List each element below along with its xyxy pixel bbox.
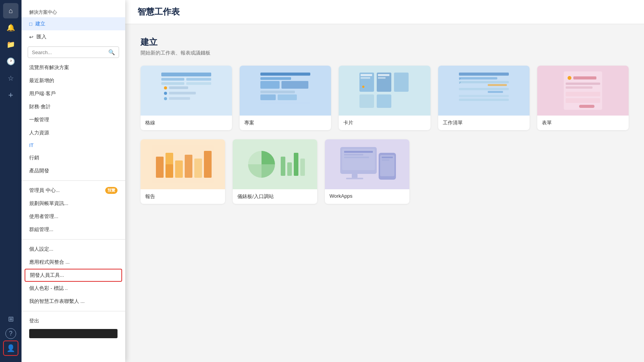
nav-folder[interactable]: 📁 — [3, 37, 18, 52]
svg-rect-56 — [281, 157, 285, 176]
search-container: 🔍 — [28, 46, 119, 58]
sidebar-item-marketing[interactable]: 行銷 — [22, 151, 125, 164]
sidebar-item-group-mgmt[interactable]: 群組管理... — [22, 223, 125, 236]
cards-label: 卡片 — [339, 116, 430, 130]
divider-3 — [22, 311, 125, 311]
search-icon: 🔍 — [108, 49, 115, 55]
svg-rect-69 — [382, 157, 393, 158]
svg-rect-30 — [459, 77, 497, 79]
svg-rect-4 — [186, 82, 211, 85]
svg-rect-65 — [352, 174, 358, 178]
svg-rect-14 — [281, 81, 308, 89]
sidebar-item-client[interactable]: 用戶端·客戶 — [22, 87, 125, 100]
sidebar-item-apps-integrations[interactable]: 應用程式與整合 ... — [22, 256, 125, 269]
sidebar-item-recent[interactable]: 最近新增的 — [22, 74, 125, 87]
template-card-project[interactable]: 專案 — [240, 66, 331, 130]
import-icon: ↩ — [29, 34, 33, 40]
nav-plus[interactable]: + — [3, 88, 18, 103]
divider-1 — [22, 180, 125, 181]
svg-rect-33 — [459, 88, 509, 90]
svg-rect-51 — [175, 160, 183, 178]
sidebar-item-it[interactable]: IT — [22, 139, 125, 151]
nav-help[interactable]: ? — [5, 328, 16, 339]
template-card-dashboard[interactable]: 儀錶板/入口調站 — [233, 139, 317, 204]
workapps-label: WorkApps — [325, 189, 409, 203]
svg-point-71 — [386, 176, 389, 179]
svg-rect-27 — [359, 94, 374, 108]
grid-preview — [141, 66, 232, 116]
svg-rect-25 — [378, 77, 386, 79]
svg-rect-68 — [380, 155, 394, 176]
project-label: 專案 — [240, 116, 331, 130]
svg-rect-22 — [361, 74, 372, 76]
svg-rect-8 — [169, 92, 196, 94]
svg-rect-13 — [260, 81, 280, 89]
sidebar-item-admin[interactable]: 管理員 中心... 預覽 — [22, 184, 125, 197]
svg-rect-54 — [204, 151, 212, 178]
divider-2 — [22, 239, 125, 240]
template-card-workapps[interactable]: WorkApps — [325, 139, 409, 204]
sidebar-item-developer-tools[interactable]: 開發人員工具... — [25, 269, 122, 282]
nav-user[interactable]: 👤 — [3, 341, 18, 356]
nav-bell[interactable]: 🔔 — [3, 20, 18, 35]
sidebar-item-logout[interactable]: 登出 — [22, 314, 125, 327]
svg-rect-23 — [361, 77, 370, 79]
sidebar-item-general[interactable]: 一般管理 — [22, 113, 125, 126]
svg-rect-6 — [169, 86, 188, 89]
nav-clock[interactable]: 🕐 — [3, 54, 18, 69]
svg-rect-29 — [459, 73, 509, 76]
section-subtitle: 開始新的工作表、報表或議錢板 — [141, 50, 629, 56]
left-nav: ⌂ 🔔 📁 🕐 ☆ + ⊞ ? 👤 — [0, 0, 22, 362]
template-card-cards[interactable]: 卡片 — [339, 66, 430, 130]
svg-rect-0 — [161, 73, 211, 76]
cards-preview — [339, 66, 430, 116]
nav-grid[interactable]: ⊞ — [3, 311, 18, 327]
svg-rect-17 — [278, 94, 297, 100]
svg-point-40 — [568, 76, 571, 80]
svg-rect-43 — [566, 86, 593, 89]
svg-point-7 — [164, 92, 167, 95]
sidebar-item-product[interactable]: 產品開發 — [22, 164, 125, 177]
sidebar-item-finance[interactable]: 財務·會計 — [22, 100, 125, 113]
svg-rect-18 — [260, 102, 310, 104]
nav-star[interactable]: ☆ — [3, 71, 18, 86]
svg-point-26 — [362, 86, 364, 88]
sidebar-item-contacts[interactable]: 我的智慧工作表聯繫人 ... — [22, 295, 125, 308]
template-card-report[interactable]: 報告 — [141, 139, 225, 204]
dashboard-label: 儀錶板/入口調站 — [233, 189, 317, 204]
svg-rect-28 — [377, 94, 391, 108]
content-area: 建立 開始新的工作表、報表或議錢板 — [125, 24, 644, 362]
svg-rect-66 — [346, 178, 363, 179]
search-input[interactable] — [32, 50, 106, 55]
template-card-grid[interactable]: 格線 — [141, 66, 232, 130]
main-area: 智慧工作表 建立 開始新的工作表、報表或議錢板 — [125, 0, 644, 362]
sidebar-item-personal-color[interactable]: 個人色彩 - 標誌 .. — [22, 282, 125, 295]
tasklist-label: 工作清單 — [438, 116, 530, 130]
sidebar-item-billing[interactable]: 規劃與帳單資訊... — [22, 197, 125, 210]
svg-rect-1 — [161, 78, 184, 81]
template-card-tasklist[interactable]: ✓ ✓ 工作清單 — [438, 66, 530, 130]
sidebar-item-import[interactable]: ↩ 匯入 — [22, 30, 125, 43]
page-header: 智慧工作表 — [125, 0, 644, 24]
svg-rect-3 — [161, 82, 184, 85]
nav-home[interactable]: ⌂ — [3, 3, 18, 18]
section-title: 建立 — [141, 36, 629, 48]
create-icon: □ — [29, 21, 32, 27]
form-preview — [537, 66, 629, 116]
svg-rect-12 — [260, 77, 291, 80]
tasklist-preview: ✓ ✓ — [438, 66, 530, 116]
sidebar-item-user-mgmt[interactable]: 使用者管理... — [22, 210, 125, 223]
svg-rect-10 — [169, 97, 190, 100]
report-label: 報告 — [141, 189, 225, 204]
sidebar-item-personal-settings[interactable]: 個人設定... — [22, 243, 125, 256]
sidebar-import-label: 匯入 — [36, 33, 46, 40]
sidebar-item-browse-all[interactable]: 流覽所有解決方案 — [22, 61, 125, 74]
svg-rect-48 — [156, 157, 164, 178]
sidebar-create-label: 建立 — [35, 20, 45, 27]
svg-rect-45 — [566, 98, 600, 103]
svg-rect-41 — [573, 76, 596, 79]
sidebar-item-create[interactable]: □ 建立 — [22, 17, 125, 30]
template-card-form[interactable]: 表單 — [537, 66, 629, 130]
sidebar-item-hr[interactable]: 人力資源 — [22, 126, 125, 139]
template-grid-row1: 格線 專案 — [141, 66, 629, 130]
